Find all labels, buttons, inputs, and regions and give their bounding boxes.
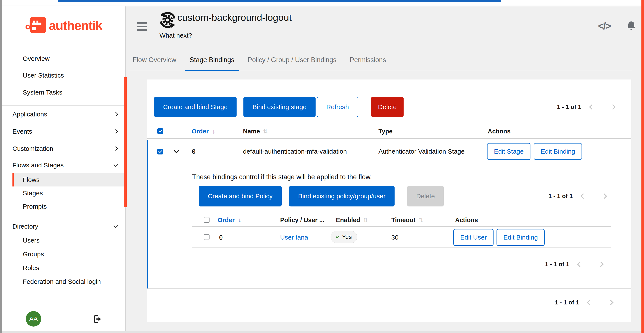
tab-flow-overview[interactable]: Flow Overview	[128, 49, 181, 71]
edit-binding-button[interactable]: Edit Binding	[496, 229, 544, 246]
sidebar-section-events[interactable]: Events	[2, 123, 126, 140]
policy-table: Order↓ Policy / User ... Enabled⇅ Timeou…	[192, 214, 611, 247]
cell-order: 0	[219, 234, 223, 241]
enabled-badge: Yes	[330, 231, 357, 243]
sidebar-item-federation[interactable]: Federation and Social login	[2, 275, 126, 288]
hamburger-menu-icon[interactable]	[137, 22, 147, 33]
pagination-label: 1 - 1 of 1	[557, 104, 581, 110]
pagination-prev-icon[interactable]	[580, 193, 586, 199]
bind-existing-policy-button[interactable]: Bind existing policy/group/user	[289, 186, 394, 206]
column-header-name[interactable]: Name⇅	[243, 128, 268, 135]
check-icon	[336, 234, 340, 238]
chevron-down-icon	[114, 162, 118, 167]
authentik-logo-text: authentik	[49, 18, 102, 33]
sidebar-item-prompts[interactable]: Prompts	[2, 200, 126, 213]
api-code-icon[interactable]: </>	[598, 20, 610, 32]
avatar[interactable]: AA	[26, 311, 41, 326]
sidebar-item-roles[interactable]: Roles	[2, 261, 126, 274]
sort-icon: ⇅	[263, 128, 268, 135]
cell-timeout: 30	[391, 234, 398, 241]
sidebar-section-directory[interactable]: Directory	[2, 219, 126, 234]
expanded-policy-bindings: These bindings control if this stage wil…	[148, 163, 631, 288]
cell-name: default-authentication-mfa-validation	[243, 148, 347, 155]
authentik-logo-icon	[26, 17, 46, 34]
pagination-next-icon[interactable]	[608, 300, 613, 305]
sort-desc-icon: ↓	[212, 128, 215, 135]
edit-user-button[interactable]: Edit User	[454, 229, 494, 246]
sidebar-item-stages[interactable]: Stages	[2, 186, 126, 200]
stage-binding-row[interactable]: 0 default-authentication-mfa-validation …	[148, 140, 631, 163]
pagination-prev-icon[interactable]	[589, 104, 594, 110]
process-automation-icon	[158, 11, 177, 30]
policy-pagination: 1 - 1 of 1	[548, 186, 606, 206]
pagination-label: 1 - 1 of 1	[555, 299, 579, 306]
browser-progress-bar	[58, 0, 501, 2]
select-all-checkbox[interactable]	[157, 128, 163, 134]
create-and-bind-stage-button[interactable]: Create and bind Stage	[154, 97, 236, 117]
pagination-prev-icon[interactable]	[577, 261, 582, 267]
pagination-label: 1 - 1 of 1	[545, 261, 569, 268]
chevron-right-icon	[114, 112, 118, 116]
bind-existing-stage-button[interactable]: Bind existing stage	[244, 97, 316, 117]
window-left-edge	[0, 0, 2, 333]
column-header-type: Type	[378, 128, 393, 135]
stage-bindings-card: Create and bind Stage Bind existing stag…	[147, 80, 631, 321]
window-bottom-strip	[2, 331, 642, 333]
sidebar-item-overview[interactable]: Overview	[2, 52, 126, 65]
edit-binding-button[interactable]: Edit Binding	[534, 143, 582, 160]
column-header-timeout[interactable]: Timeout⇅	[391, 217, 423, 224]
tab-permissions[interactable]: Permissions	[345, 49, 391, 71]
sidebar-section-customization[interactable]: Customization	[2, 140, 126, 157]
sidebar-item-system-tasks[interactable]: System Tasks	[2, 86, 126, 99]
chevron-right-icon	[114, 146, 118, 151]
chevron-down-icon	[114, 223, 118, 228]
authentik-logo[interactable]: authentik	[2, 13, 126, 38]
row-checkbox[interactable]	[204, 234, 210, 240]
selected-stage-binding-block: 0 default-authentication-mfa-validation …	[147, 140, 631, 288]
sidebar-scrollbar[interactable]	[124, 77, 127, 207]
sidebar-section-applications[interactable]: Applications	[2, 106, 126, 123]
tab-stage-bindings[interactable]: Stage Bindings	[185, 49, 239, 71]
pagination-label: 1 - 1 of 1	[548, 193, 573, 200]
select-all-checkbox[interactable]	[204, 217, 210, 223]
sidebar-section-flows-and-stages[interactable]: Flows and Stages	[2, 157, 126, 173]
sidebar-item-users[interactable]: Users	[2, 234, 126, 247]
sidebar-item-groups[interactable]: Groups	[2, 247, 126, 261]
tab-policy-group-user-bindings[interactable]: Policy / Group / User Bindings	[243, 49, 341, 71]
column-header-order[interactable]: Order↓	[192, 128, 215, 135]
delete-button[interactable]: Delete	[371, 97, 404, 117]
pagination-next-icon[interactable]	[598, 261, 604, 267]
pagination-prev-icon[interactable]	[587, 300, 592, 305]
stage-pagination: 1 - 1 of 1	[557, 97, 615, 117]
pagination-next-icon[interactable]	[610, 104, 616, 110]
row-checkbox[interactable]	[157, 149, 163, 154]
browser-top-strip	[0, 0, 644, 6]
stage-table-header: Order↓ Name⇅ Type Actions	[147, 124, 631, 139]
sidebar: authentik Overview User Statistics Syste…	[2, 7, 126, 331]
logout-icon[interactable]	[92, 314, 102, 325]
column-header-actions: Actions	[488, 128, 510, 135]
stage-toolbar: Create and bind Stage Bind existing stag…	[154, 97, 404, 117]
sidebar-item-user-statistics[interactable]: User Statistics	[2, 69, 126, 82]
notifications-bell-icon[interactable]	[626, 20, 637, 33]
policy-binding-row[interactable]: 0 User tana Yes 30 Edit User Edit Bindin…	[192, 227, 611, 247]
refresh-button[interactable]: Refresh	[317, 97, 358, 117]
sidebar-item-flows[interactable]: Flows	[12, 173, 126, 186]
cell-order: 0	[192, 148, 196, 155]
pagination-next-icon[interactable]	[602, 193, 607, 199]
sort-desc-icon: ↓	[238, 217, 241, 223]
column-header-policy-user: Policy / User ...	[280, 217, 324, 224]
policy-delete-button[interactable]: Delete	[407, 186, 444, 206]
screen: authentik Overview User Statistics Syste…	[0, 0, 644, 333]
page-title: custom-background-logout	[177, 12, 292, 23]
edit-stage-button[interactable]: Edit Stage	[487, 143, 530, 160]
row-expand-chevron-icon[interactable]	[174, 148, 179, 153]
cell-policy-user-link[interactable]: User tana	[280, 234, 308, 241]
cell-type: Authenticator Validation Stage	[378, 148, 464, 155]
policy-table-header: Order↓ Policy / User ... Enabled⇅ Timeou…	[192, 214, 611, 227]
column-header-enabled[interactable]: Enabled⇅	[336, 217, 368, 224]
create-and-bind-policy-button[interactable]: Create and bind Policy	[199, 186, 282, 206]
sort-icon: ⇅	[363, 217, 368, 223]
column-header-order[interactable]: Order↓	[218, 217, 241, 224]
stage-pagination-bottom: 1 - 1 of 1	[555, 296, 613, 308]
